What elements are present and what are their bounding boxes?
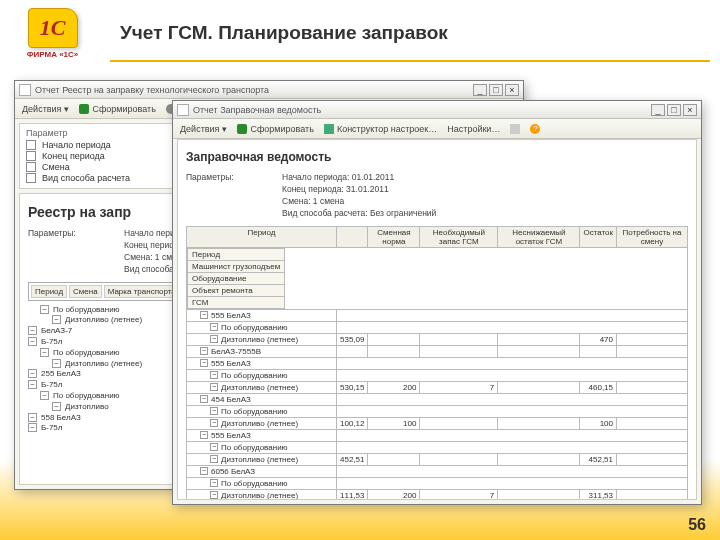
help-button[interactable]: ? xyxy=(528,123,542,135)
designer-button[interactable]: Конструктор настроек… xyxy=(322,123,439,135)
table-row[interactable]: −По оборудованию xyxy=(187,369,688,381)
app-icon xyxy=(177,104,189,116)
table-row[interactable]: −555 БелАЗ xyxy=(187,429,688,441)
table-row[interactable]: −БелАЗ-7555B xyxy=(187,345,688,357)
slide-title: Учет ГСМ. Планирование заправок xyxy=(120,22,448,44)
expand-icon[interactable]: − xyxy=(40,391,49,400)
expand-icon[interactable]: − xyxy=(28,380,37,389)
column-header: Период xyxy=(31,285,67,298)
expand-icon[interactable]: − xyxy=(200,359,208,367)
expand-icon[interactable]: − xyxy=(28,369,37,378)
titlebar[interactable]: Отчет Реестр на заправку технологическог… xyxy=(15,81,523,99)
maximize-button[interactable]: □ xyxy=(489,84,503,96)
close-button[interactable]: × xyxy=(505,84,519,96)
table-row[interactable]: −555 БелАЗ xyxy=(187,357,688,369)
expand-icon[interactable]: − xyxy=(52,315,61,324)
minimize-button[interactable]: _ xyxy=(473,84,487,96)
cell-value: 7 xyxy=(420,489,498,500)
minimize-button[interactable]: _ xyxy=(651,104,665,116)
param-checkbox[interactable] xyxy=(26,151,36,161)
settings-button[interactable]: Настройки… xyxy=(445,123,502,135)
param-checkbox[interactable] xyxy=(26,162,36,172)
cell-value: 452,51 xyxy=(580,453,617,465)
window-title: Отчет Реестр на заправку технологическог… xyxy=(35,85,469,95)
tree-label: Б-75л xyxy=(41,423,62,434)
row-label: 555 БелАЗ xyxy=(211,431,251,440)
expand-icon[interactable]: − xyxy=(40,348,49,357)
table-row[interactable]: −Дизтопливо (летнее)530,152007460,15 xyxy=(187,381,688,393)
table-row[interactable]: −По оборудованию xyxy=(187,477,688,489)
row-label: БелАЗ-7555B xyxy=(211,347,261,356)
cell-value xyxy=(368,333,420,345)
expand-icon[interactable]: − xyxy=(28,413,37,422)
table-row[interactable]: −По оборудованию xyxy=(187,321,688,333)
param-checkbox[interactable] xyxy=(26,140,36,150)
generic-tool-1[interactable] xyxy=(508,123,522,135)
table-row[interactable]: −454 БелАЗ xyxy=(187,393,688,405)
cell-value: 452,51 xyxy=(337,453,368,465)
table-row[interactable]: −Дизтопливо (летнее)535,09470 xyxy=(187,333,688,345)
expand-icon[interactable]: − xyxy=(28,326,37,335)
table-row[interactable]: −Дизтопливо (летнее)452,51452,51 xyxy=(187,453,688,465)
expand-icon[interactable]: − xyxy=(200,347,208,355)
cell-value: 111,53 xyxy=(337,489,368,500)
generate-button[interactable]: Сформировать xyxy=(235,123,315,135)
expand-icon[interactable]: − xyxy=(210,323,218,331)
report-params: Параметры:Начало периода: 01.01.2011Коне… xyxy=(186,172,688,220)
expand-icon[interactable]: − xyxy=(210,479,218,487)
tree-label: Дизтопливо xyxy=(65,402,109,413)
expand-icon[interactable]: − xyxy=(200,431,208,439)
tool-icon xyxy=(510,124,520,134)
params-label: Параметры: xyxy=(186,172,276,220)
cell-value xyxy=(498,333,580,345)
actions-menu[interactable]: Действия ▾ xyxy=(178,123,229,135)
cell-value: 311,53 xyxy=(580,489,617,500)
expand-icon[interactable]: − xyxy=(210,491,218,499)
report-body: Заправочная ведомость Параметры:Начало п… xyxy=(177,139,697,500)
column-header xyxy=(337,226,368,247)
tree-label: Б-75л xyxy=(41,337,62,348)
row-label: По оборудованию xyxy=(221,323,288,332)
row-header: Оборудование xyxy=(188,272,285,284)
expand-icon[interactable]: − xyxy=(52,402,61,411)
param-checkbox[interactable] xyxy=(26,173,36,183)
actions-menu[interactable]: Действия ▾ xyxy=(20,103,71,115)
table-row[interactable]: −Дизтопливо (летнее)100,12100100 xyxy=(187,417,688,429)
maximize-button[interactable]: □ xyxy=(667,104,681,116)
expand-icon[interactable]: − xyxy=(210,407,218,415)
row-label: По оборудованию xyxy=(221,479,288,488)
expand-icon[interactable]: − xyxy=(210,371,218,379)
expand-icon[interactable]: − xyxy=(28,423,37,432)
generate-button[interactable]: Сформировать xyxy=(77,103,157,115)
cell-value: 200 xyxy=(368,489,420,500)
cell-value xyxy=(498,381,580,393)
param-line: Начало периода: 01.01.2011 xyxy=(282,172,436,184)
toolbar: Действия ▾ Сформировать Конструктор наст… xyxy=(173,119,701,139)
row-header: Период xyxy=(188,248,285,260)
expand-icon[interactable]: − xyxy=(28,337,37,346)
expand-icon[interactable]: − xyxy=(200,395,208,403)
expand-icon[interactable]: − xyxy=(210,383,218,391)
table-row[interactable]: −6056 БелАЗ xyxy=(187,465,688,477)
table-row[interactable]: −По оборудованию xyxy=(187,441,688,453)
expand-icon[interactable]: − xyxy=(210,335,218,343)
expand-icon[interactable]: − xyxy=(200,467,208,475)
cell-value: 100 xyxy=(580,417,617,429)
expand-icon[interactable]: − xyxy=(200,311,208,319)
close-button[interactable]: × xyxy=(683,104,697,116)
expand-icon[interactable]: − xyxy=(210,455,218,463)
row-label: По оборудованию xyxy=(221,371,288,380)
tree-label: Б-75л xyxy=(41,380,62,391)
table-row[interactable]: −По оборудованию xyxy=(187,405,688,417)
expand-icon[interactable]: − xyxy=(210,443,218,451)
logo-caption: ФИРМА «1С» xyxy=(27,50,79,59)
play-icon xyxy=(237,124,247,134)
titlebar[interactable]: Отчет Заправочная ведомость _ □ × xyxy=(173,101,701,119)
table-row[interactable]: −Дизтопливо (летнее)111,532007311,53 xyxy=(187,489,688,500)
expand-icon[interactable]: − xyxy=(52,359,61,368)
table-row[interactable]: −555 БелАЗ xyxy=(187,309,688,321)
row-label: Дизтопливо (летнее) xyxy=(221,491,298,500)
expand-icon[interactable]: − xyxy=(40,305,49,314)
expand-icon[interactable]: − xyxy=(210,419,218,427)
param-name: Смена xyxy=(42,162,70,172)
